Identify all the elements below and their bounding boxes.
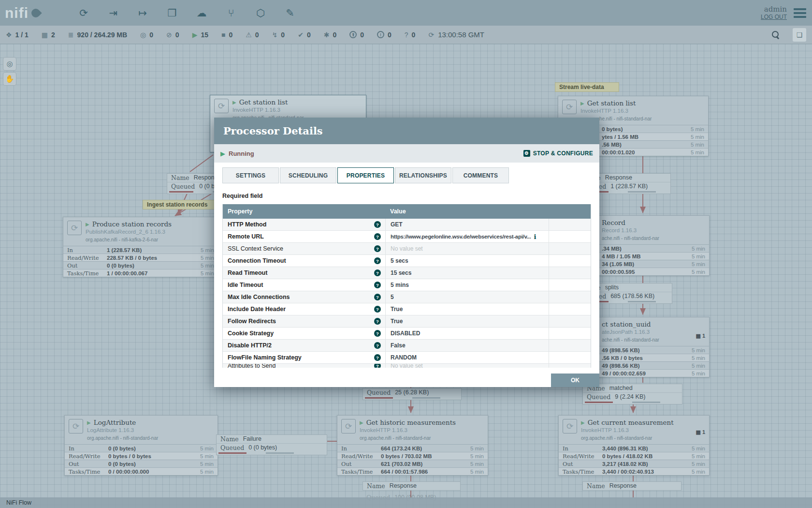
refresh-icon[interactable]: ⟳ <box>428 31 434 39</box>
help-icon[interactable] <box>374 221 381 228</box>
property-value[interactable]: True <box>385 303 549 315</box>
property-name: Cookie Strategy <box>228 330 274 337</box>
help-icon[interactable] <box>374 318 381 325</box>
stat-row: In 3,440 (896.31 KB) 5 min <box>559 444 709 452</box>
help-icon[interactable] <box>374 342 381 349</box>
help-icon[interactable] <box>374 282 381 288</box>
backpressure-bars <box>363 397 461 400</box>
processor-type-icon: ⟳ <box>214 99 229 113</box>
processor-get-current-measurement[interactable]: ⟳ ▶ Get current measurement InvokeHTTP 1… <box>558 415 710 476</box>
navigate-icon: ◎ <box>6 60 13 68</box>
info-icon[interactable]: i <box>534 233 536 240</box>
processor-type: InvokeHTTP 1.16.3 <box>580 107 652 115</box>
processor-bundle: org.apache.nifi - nifi-standard-nar <box>87 434 158 442</box>
canvas-label-stream-live-data[interactable]: Stream live-data <box>555 82 619 92</box>
help-icon[interactable] <box>374 364 381 368</box>
toolbar-icon[interactable]: ⬡ <box>252 5 269 21</box>
help-icon[interactable] <box>374 330 381 337</box>
processor-type: LogAttribute 1.16.3 <box>87 427 158 434</box>
stat-row: Out 621 (703.02 MB) 5 min <box>337 460 488 467</box>
property-value[interactable]: 15 secs <box>385 267 549 279</box>
dialog-tab[interactable]: SCHEDULING <box>280 167 336 183</box>
canvas-label-ingest-station-records[interactable]: Ingest station records <box>143 200 220 209</box>
processor-produce-station-records[interactable]: ⟳ ▶ Produce station records PublishKafka… <box>63 217 218 277</box>
property-value[interactable]: True <box>385 315 549 327</box>
status-item: ? 0 <box>405 31 416 39</box>
toolbar-icon[interactable]: ⑂ <box>223 5 239 21</box>
stat-row: Out 0 (0 bytes) 5 min <box>65 460 218 467</box>
toolbar-icon[interactable]: ❐ <box>164 5 180 21</box>
connection-label-response-bottom-center[interactable]: NameResponse <box>362 481 461 491</box>
processor-bundle: org.apache.nifi - nifi-kafka-2-6-nar <box>86 236 172 243</box>
dialog-tab[interactable]: RELATIONSHIPS <box>395 167 451 183</box>
property-value[interactable]: RANDOM <box>385 352 549 363</box>
processor-stats: 49 (898.56 KB) 5 min .56 KB / 0 bytes 5 … <box>598 346 709 377</box>
processor-type: InvokeHTTP 1.16.3 <box>360 427 456 434</box>
required-field-note: Required field <box>214 183 599 204</box>
status-item: ▶ 15 <box>192 31 208 39</box>
property-value[interactable]: No value set <box>385 364 549 368</box>
toolbar-icon[interactable]: ☁ <box>193 5 210 21</box>
toolbar-icon[interactable]: ⟳ <box>75 5 92 21</box>
help-icon[interactable] <box>374 354 381 361</box>
status-value: 0 <box>229 31 232 39</box>
dialog-tab[interactable]: SETTINGS <box>222 167 279 183</box>
property-row: HTTP Method GET <box>223 219 591 231</box>
global-menu-icon[interactable] <box>794 8 806 18</box>
help-icon[interactable] <box>374 233 381 240</box>
processor-name: Get current measurement <box>588 419 674 426</box>
status-icon: ↯ <box>272 31 278 39</box>
connection-label-failure[interactable]: NameFailureQueued0 (0 bytes) <box>216 434 327 455</box>
status-icon: ⊘ <box>166 31 172 39</box>
status-icon: ✔ <box>298 31 304 39</box>
operate-palette-button[interactable]: ✋ <box>3 72 16 86</box>
help-icon[interactable] <box>374 306 381 313</box>
status-value: 0 <box>412 31 416 39</box>
logout-link[interactable]: LOG OUT <box>761 13 787 21</box>
property-name: Follow Redirects <box>228 318 276 325</box>
property-value[interactable]: GET <box>385 219 549 230</box>
navigate-palette-button[interactable]: ◎ <box>3 57 16 71</box>
property-value[interactable]: https://www.pegelonline.wsv.de/webservic… <box>385 231 549 242</box>
property-value[interactable]: DISABLED <box>385 328 549 339</box>
property-value[interactable]: 5 secs <box>385 255 549 267</box>
processor-name: Produce station records <box>92 221 172 228</box>
stop-and-configure-button[interactable]: ⚙ STOP & CONFIGURE <box>523 150 593 157</box>
help-icon[interactable] <box>374 294 381 300</box>
connection-label-response-bottom-right[interactable]: NameResponse <box>582 481 682 491</box>
stat-row: 49 / 00:00:02.659 5 min <box>598 369 709 377</box>
component-toolbar: ⟳ ⇥ ↦ ❐ ☁ ⑂ ⬡ ✎ <box>75 5 298 21</box>
property-row: Connection Timeout 5 secs <box>223 255 591 267</box>
help-icon[interactable] <box>374 257 381 264</box>
property-value[interactable]: 5 <box>385 291 549 303</box>
stat-row: .34 MB) 5 min <box>598 244 709 252</box>
version-badge: ▦ 1 <box>696 333 705 339</box>
ok-button[interactable]: OK <box>551 374 599 387</box>
processor-log-attribute[interactable]: ⟳ ▶ LogAttribute LogAttribute 1.16.3 org… <box>64 415 218 476</box>
toolbar-icon[interactable]: ↦ <box>134 5 151 21</box>
property-value[interactable]: 5 mins <box>385 279 549 291</box>
processor-extract-station-uuid[interactable]: ct station_uuid ateJsonPath 1.16.3 ache.… <box>597 317 710 377</box>
panel-toggle-icon[interactable]: ❏ <box>793 28 806 42</box>
status-item: ⚠ 0 <box>246 31 259 39</box>
connection-label-queued-25[interactable]: Queued25 (6.28 KB) <box>362 388 462 400</box>
help-icon[interactable] <box>374 269 381 276</box>
dialog-tab[interactable]: COMMENTS <box>452 167 509 183</box>
processor-split-record[interactable]: Record Record 1.16.3 ache.nifi - nifi-st… <box>597 215 710 276</box>
property-row: Attributes to Send No value set <box>223 364 591 368</box>
status-item: ■ 0 <box>221 31 232 39</box>
stat-row: In 1 (228.57 KB) 5 min <box>63 246 218 254</box>
breadcrumb[interactable]: NiFi Flow <box>6 499 31 506</box>
stat-row: Read/Write 0 bytes / 0 bytes 5 min <box>65 452 218 460</box>
processor-get-historic-measurements[interactable]: ⟳ ▶ Get historic measurements InvokeHTTP… <box>337 415 488 476</box>
dialog-tab[interactable]: PROPERTIES <box>337 167 394 183</box>
property-value[interactable]: No value set <box>385 243 549 254</box>
toolbar-icon[interactable]: ⇥ <box>105 5 121 21</box>
search-icon[interactable] <box>772 31 780 39</box>
toolbar-icon[interactable]: ✎ <box>282 5 298 21</box>
help-icon[interactable] <box>374 245 381 252</box>
nifi-logo: nifi <box>5 5 67 21</box>
processor-stats: In 1 (228.57 KB) 5 min Read/Write 228.57… <box>63 246 218 277</box>
property-value[interactable]: False <box>385 340 549 351</box>
running-status-icon: ▶ <box>581 419 585 426</box>
